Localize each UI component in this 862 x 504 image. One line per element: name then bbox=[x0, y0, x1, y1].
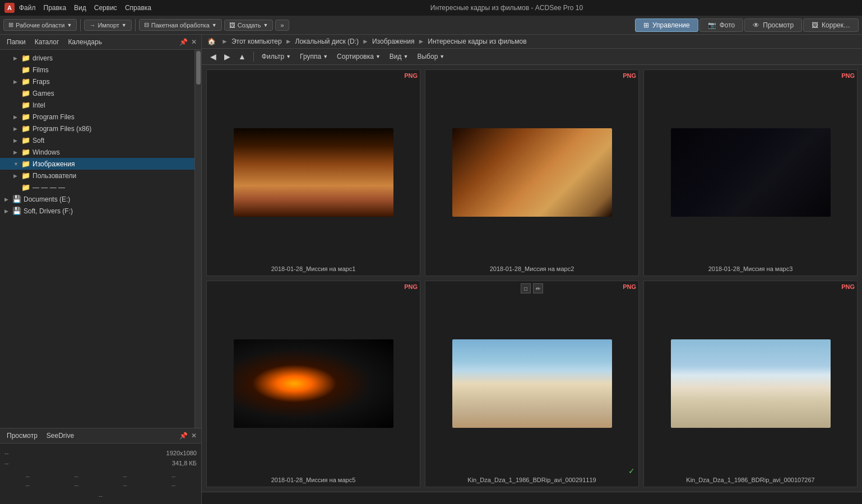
grid-cell-5: -- bbox=[4, 482, 51, 488]
tab-seedrive[interactable]: SeeDrive bbox=[44, 431, 76, 441]
menu-help[interactable]: Справка bbox=[125, 4, 151, 12]
thumbnail-thumb5[interactable]: PNG □ ✏ Kin_Dza_Dza_1_1986_BDRip_avi_000… bbox=[425, 281, 639, 487]
breadcrumb-bar: 🏠 ► Этот компьютер ► Локальный диск (D:)… bbox=[202, 35, 862, 49]
tab-preview-panel[interactable]: Просмотр bbox=[4, 431, 40, 441]
tab-correct[interactable]: 🖼 Коррек… bbox=[803, 18, 859, 32]
create-button[interactable]: 🖼 Создать ▼ bbox=[224, 20, 274, 31]
thumbnail-label: Kin_Dza_Dza_1_1986_BDRip_avi_000107267 bbox=[685, 474, 815, 484]
tree-scrollbar[interactable] bbox=[194, 50, 201, 428]
tab-calendar[interactable]: Календарь bbox=[66, 37, 104, 47]
dropdown-arrow-icon: ▼ bbox=[376, 54, 381, 59]
preview-value-2: 341,8 КБ bbox=[172, 460, 197, 466]
folder-icon: 📁 bbox=[21, 124, 30, 133]
tree-item-label: Изображения bbox=[33, 160, 75, 168]
breadcrumb-disk[interactable]: Локальный диск (D:) bbox=[295, 38, 359, 45]
menu-file[interactable]: Файл bbox=[19, 4, 36, 12]
correct-icon: 🖼 bbox=[812, 21, 818, 29]
pin-icon[interactable]: 📌 bbox=[179, 38, 188, 46]
check-icon: ✓ bbox=[628, 466, 635, 475]
grid-icon: ⊞ bbox=[8, 21, 13, 29]
filter-button[interactable]: Фильтр ▼ bbox=[258, 52, 294, 62]
breadcrumb-folder[interactable]: Интересные кадры из фильмов bbox=[428, 38, 526, 45]
thumbnail-thumb4[interactable]: PNG 2018-01-28_Миссия на марс5 bbox=[206, 281, 420, 487]
close-icon[interactable]: ✕ bbox=[191, 38, 197, 46]
tree-item-windows[interactable]: ▶📁Windows bbox=[0, 146, 194, 158]
tree-item-fraps[interactable]: ▶📁Fraps bbox=[0, 76, 194, 87]
tree-item-users[interactable]: ▶📁Пользователи bbox=[0, 170, 194, 181]
breadcrumb-arrow-1: ► bbox=[221, 38, 228, 45]
tree-item-drivers[interactable]: ▶📁drivers bbox=[0, 52, 194, 64]
tree-item-label: — — — — bbox=[33, 184, 65, 192]
tree-item-programfilesx86[interactable]: ▶📁Program Files (x86) bbox=[0, 123, 194, 134]
scroll-thumb[interactable] bbox=[196, 51, 201, 85]
expand-arrow-icon: ▶ bbox=[13, 126, 19, 132]
main-area: Папки Каталог Календарь 📌 ✕ ▶📁drivers📁Fi… bbox=[0, 35, 862, 504]
tree-item-docse[interactable]: ▶💾Documents (E:) bbox=[0, 193, 194, 205]
sort-button[interactable]: Сортировка ▼ bbox=[333, 52, 384, 62]
thumbnail-label: 2018-01-28_Миссия на марс5 bbox=[270, 474, 357, 484]
view-button[interactable]: Вид ▼ bbox=[386, 52, 412, 62]
thumbnail-image bbox=[646, 81, 855, 263]
thumbnail-image bbox=[428, 292, 636, 474]
folder-icon: 📁 bbox=[21, 136, 30, 144]
thumbnail-thumb1[interactable]: PNG 2018-01-28_Миссия на марс1 bbox=[206, 69, 420, 276]
menu-view[interactable]: Вид bbox=[74, 4, 86, 12]
nav-up-button[interactable]: ▲ bbox=[235, 51, 249, 62]
tree-item-images[interactable]: ▼📁Изображения bbox=[0, 158, 194, 170]
thumbnail-label: 2018-01-28_Миссия на марс1 bbox=[270, 263, 357, 273]
tab-photo[interactable]: 📷 Фото bbox=[699, 18, 744, 32]
tab-preview[interactable]: 👁 Просмотр bbox=[744, 18, 802, 32]
thumbnail-image bbox=[428, 81, 636, 263]
home-icon[interactable]: 🏠 bbox=[207, 38, 216, 45]
import-button[interactable]: → Импорт ▼ bbox=[84, 20, 131, 31]
tree-item-label: Fraps bbox=[33, 78, 50, 86]
pin-icon[interactable]: 📌 bbox=[179, 432, 188, 440]
tree-item-programfiles[interactable]: ▶📁Program Files bbox=[0, 111, 194, 123]
group-button[interactable]: Группа ▼ bbox=[296, 52, 331, 62]
nav-forward-button[interactable]: ▶ bbox=[221, 51, 233, 62]
pencil-icon[interactable]: ✏ bbox=[533, 283, 543, 293]
folder-icon: 📁 bbox=[21, 183, 30, 192]
expand-arrow-icon: ▶ bbox=[13, 79, 19, 85]
close-icon[interactable]: ✕ bbox=[191, 432, 197, 440]
select-button[interactable]: Выбор ▼ bbox=[414, 52, 448, 62]
tab-folders[interactable]: Папки bbox=[4, 37, 28, 47]
expand-arrow-icon: ▶ bbox=[13, 55, 19, 61]
tree-item-softf[interactable]: ▶💾Soft, Drivers (F:) bbox=[0, 205, 194, 217]
tab-catalog[interactable]: Каталог bbox=[33, 37, 62, 47]
window-title: Интересные кадры из фильмов - ACDSee Pro… bbox=[156, 4, 858, 12]
breadcrumb-computer[interactable]: Этот компьютер bbox=[231, 38, 282, 45]
dropdown-arrow-icon: ▼ bbox=[212, 22, 217, 28]
thumbnail-thumb2[interactable]: PNG 2018-01-28_Миссия на марс2 bbox=[425, 69, 639, 276]
tree-item-label: Soft bbox=[33, 137, 44, 144]
more-button[interactable]: » bbox=[275, 20, 289, 31]
tree-item-label: Films bbox=[33, 66, 49, 74]
edit-icons: □ ✏ bbox=[521, 283, 543, 293]
breadcrumb-images[interactable]: Изображения bbox=[372, 38, 414, 45]
thumbnail-label: Kin_Dza_Dza_1_1986_BDRip_avi_000291119 bbox=[466, 474, 597, 484]
mode-tabs: ⊞ Управление 📷 Фото 👁 Просмотр 🖼 Коррек… bbox=[635, 18, 859, 32]
breadcrumb-arrow-3: ► bbox=[362, 38, 369, 45]
format-badge: PNG bbox=[623, 72, 636, 79]
tree-item-hidden[interactable]: 📁— — — — bbox=[0, 181, 194, 193]
thumbnail-thumb6[interactable]: PNG Kin_Dza_Dza_1_1986_BDRip_avi_0001072… bbox=[643, 281, 858, 487]
thumbnail-grid[interactable]: PNG 2018-01-28_Миссия на марс1PNG 2018-0… bbox=[202, 65, 862, 492]
dropdown-arrow-icon: ▼ bbox=[67, 22, 72, 28]
content-toolbar-sep bbox=[253, 52, 254, 62]
tree-item-games[interactable]: 📁Games bbox=[0, 87, 194, 99]
nav-back-button[interactable]: ◀ bbox=[207, 51, 219, 62]
thumbnail-thumb3[interactable]: PNG 2018-01-28_Миссия на марс3 bbox=[643, 69, 858, 276]
tree-item-films[interactable]: 📁Films bbox=[0, 64, 194, 76]
tree-item-intel[interactable]: 📁Intel bbox=[0, 99, 194, 111]
folder-panel-header: Папки Каталог Календарь 📌 ✕ bbox=[0, 35, 201, 50]
menu-edit[interactable]: Правка bbox=[44, 4, 67, 12]
folder-icon: 📁 bbox=[21, 66, 30, 74]
tab-manage[interactable]: ⊞ Управление bbox=[635, 18, 698, 32]
folder-tree[interactable]: ▶📁drivers📁Films▶📁Fraps📁Games📁Intel▶📁Prog… bbox=[0, 50, 194, 428]
workspaces-button[interactable]: ⊞ Рабочие области ▼ bbox=[3, 19, 77, 31]
square-icon[interactable]: □ bbox=[521, 283, 531, 293]
batch-button[interactable]: ⊟ Пакетная обработка ▼ bbox=[139, 19, 222, 31]
tree-item-soft[interactable]: ▶📁Soft bbox=[0, 134, 194, 146]
format-badge: PNG bbox=[404, 72, 418, 79]
menu-service[interactable]: Сервис bbox=[94, 4, 117, 12]
